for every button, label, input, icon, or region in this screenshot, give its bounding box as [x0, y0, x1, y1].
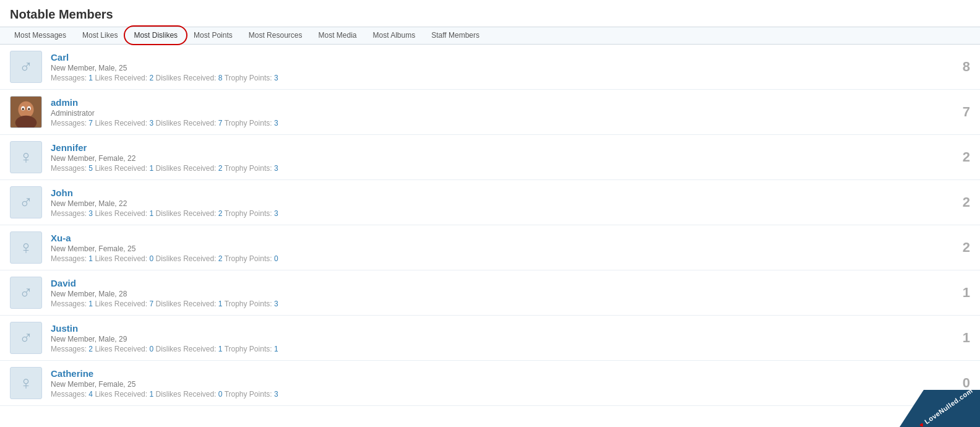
member-score: 2: [945, 239, 970, 256]
member-row: ♀JenniferNew Member, Female, 22Messages:…: [0, 135, 980, 180]
member-name[interactable]: Xu-a: [51, 233, 945, 243]
member-stats: Messages: 4 Likes Received: 1 Dislikes R…: [51, 390, 945, 399]
tab-most-likes[interactable]: Most Likes: [74, 27, 126, 44]
member-subtitle: New Member, Male, 25: [51, 64, 945, 72]
svg-point-1: [19, 101, 34, 118]
member-row: ♂CarlNew Member, Male, 25Messages: 1 Lik…: [0, 45, 980, 90]
member-info: DavidNew Member, Male, 28Messages: 1 Lik…: [51, 278, 945, 308]
tab-staff-members[interactable]: Staff Members: [423, 27, 488, 44]
member-row: ♂JustinNew Member, Male, 29Messages: 2 L…: [0, 316, 980, 361]
member-subtitle: New Member, Male, 29: [51, 335, 945, 343]
member-subtitle: New Member, Male, 22: [51, 199, 945, 208]
member-stats: Messages: 2 Likes Received: 0 Dislikes R…: [51, 345, 945, 353]
member-info: JohnNew Member, Male, 22Messages: 3 Like…: [51, 188, 945, 218]
female-icon: ♀: [19, 237, 33, 258]
member-name[interactable]: Justin: [51, 323, 945, 334]
member-score: 2: [945, 194, 970, 210]
member-score: 1: [945, 330, 970, 346]
page-title: Notable Members: [0, 0, 980, 27]
member-name[interactable]: Carl: [51, 52, 945, 63]
member-name[interactable]: David: [51, 278, 945, 288]
member-score: 2: [945, 149, 970, 165]
member-score: 7: [945, 104, 970, 120]
member-avatar: ♂: [10, 322, 42, 354]
members-list: ♂CarlNew Member, Male, 25Messages: 1 Lik…: [0, 45, 980, 406]
svg-point-5: [22, 108, 24, 110]
tab-most-messages[interactable]: Most Messages: [6, 27, 74, 44]
male-icon: ♂: [19, 327, 33, 348]
member-score: 8: [945, 59, 970, 75]
female-icon: ♀: [19, 373, 33, 394]
member-avatar: ♂: [10, 186, 42, 218]
member-name[interactable]: John: [51, 188, 945, 198]
tab-most-media[interactable]: Most Media: [310, 27, 364, 44]
member-stats: Messages: 7 Likes Received: 3 Dislikes R…: [51, 119, 945, 127]
member-info: JenniferNew Member, Female, 22Messages: …: [51, 142, 945, 173]
member-info: CatherineNew Member, Female, 25Messages:…: [51, 368, 945, 399]
member-subtitle: Administrator: [51, 109, 945, 118]
tab-most-dislikes[interactable]: Most Dislikes: [126, 27, 186, 44]
member-score: 0: [945, 375, 970, 391]
member-info: JustinNew Member, Male, 29Messages: 2 Li…: [51, 323, 945, 353]
member-name[interactable]: admin: [51, 97, 945, 108]
member-row: ♀Xu-aNew Member, Female, 25Messages: 1 L…: [0, 225, 980, 270]
tab-most-resources[interactable]: Most Resources: [241, 27, 311, 44]
member-stats: Messages: 1 Likes Received: 7 Dislikes R…: [51, 300, 945, 308]
member-stats: Messages: 1 Likes Received: 0 Dislikes R…: [51, 254, 945, 263]
male-icon: ♂: [19, 282, 33, 303]
member-stats: Messages: 3 Likes Received: 1 Dislikes R…: [51, 209, 945, 218]
member-stats: Messages: 5 Likes Received: 1 Dislikes R…: [51, 164, 945, 173]
member-stats: Messages: 1 Likes Received: 2 Dislikes R…: [51, 74, 945, 82]
member-avatar: ♀: [10, 367, 42, 399]
member-subtitle: New Member, Female, 25: [51, 244, 945, 253]
member-avatar: ♂: [10, 51, 42, 83]
member-info: adminAdministratorMessages: 7 Likes Rece…: [51, 97, 945, 127]
member-subtitle: New Member, Male, 28: [51, 290, 945, 298]
member-row: ♂DavidNew Member, Male, 28Messages: 1 Li…: [0, 270, 980, 316]
male-icon: ♂: [19, 192, 33, 213]
member-subtitle: New Member, Female, 22: [51, 154, 945, 163]
member-avatar: ♀: [10, 231, 42, 264]
member-score: 1: [945, 285, 970, 301]
member-name[interactable]: Catherine: [51, 368, 945, 379]
member-info: CarlNew Member, Male, 25Messages: 1 Like…: [51, 52, 945, 82]
member-avatar: ♂: [10, 277, 42, 309]
male-icon: ♂: [19, 56, 33, 77]
member-row: ♂JohnNew Member, Male, 22Messages: 3 Lik…: [0, 180, 980, 225]
tabs-bar: Most MessagesMost LikesMost DislikesMost…: [0, 27, 980, 45]
member-avatar: ♀: [10, 141, 42, 173]
female-icon: ♀: [19, 147, 33, 168]
svg-point-6: [28, 108, 30, 110]
member-avatar: [10, 96, 42, 128]
member-row: adminAdministratorMessages: 7 Likes Rece…: [0, 90, 980, 135]
member-info: Xu-aNew Member, Female, 25Messages: 1 Li…: [51, 233, 945, 263]
tab-most-points[interactable]: Most Points: [186, 27, 241, 44]
tab-most-albums[interactable]: Most Albums: [365, 27, 424, 44]
member-subtitle: New Member, Female, 25: [51, 380, 945, 389]
member-row: ♀CatherineNew Member, Female, 25Messages…: [0, 361, 980, 406]
member-name[interactable]: Jennifer: [51, 142, 945, 153]
